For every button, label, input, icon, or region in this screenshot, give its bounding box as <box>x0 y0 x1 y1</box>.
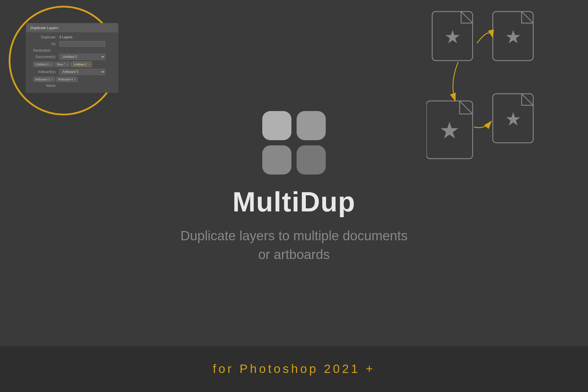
dialog-title: Duplicate Layers <box>30 26 58 30</box>
arrow-top <box>477 33 493 43</box>
tag-new[interactable]: New * × <box>55 62 70 67</box>
footer-text: for Photoshop 2021 + <box>213 362 375 376</box>
svg-text:★: ★ <box>505 27 521 47</box>
footer-bar: for Photoshop 2021 + <box>0 346 588 392</box>
dialog-titlebar: Duplicate Layers <box>26 23 118 32</box>
document-tags: Untitled-1 × New * × Untitled-2 × <box>33 62 114 67</box>
documents-label: Document(s): <box>30 55 56 59</box>
docs-area: ★ ★ ★ <box>426 9 571 170</box>
as-input[interactable] <box>59 41 105 47</box>
doc-bottom-left: ★ <box>426 101 473 159</box>
name-row: Name: <box>30 84 114 88</box>
dialog-box: Duplicate Layers Duplicate: 3 Layers As:… <box>26 23 118 93</box>
doc-top-right: ★ <box>493 12 533 61</box>
center-content: MultiDup Duplicate layers to multiple do… <box>180 111 407 264</box>
app-title: MultiDup <box>233 186 356 218</box>
dialog-body: Duplicate: 3 Layers As: Destination Docu… <box>26 32 118 92</box>
app-subtitle-line1: Duplicate layers to multiple documents <box>180 228 407 243</box>
svg-text:★: ★ <box>444 27 461 47</box>
doc-bottom-right: ★ <box>493 94 533 143</box>
main-container: Duplicate Layers Duplicate: 3 Layers As:… <box>0 0 588 392</box>
doc-top-left: ★ <box>432 12 473 61</box>
svg-text:★: ★ <box>439 118 460 143</box>
tag-new-label: New * <box>57 63 65 66</box>
svg-text:★: ★ <box>505 109 521 130</box>
duplicate-row: Duplicate: 3 Layers <box>30 35 114 39</box>
name-label: Name: <box>30 84 56 88</box>
tag-artboard4[interactable]: Artboard 4 × <box>56 77 78 82</box>
documents-dropdown[interactable]: Untitled-2 <box>59 54 105 60</box>
logo-grid <box>262 111 326 175</box>
artboards-dropdown[interactable]: Artboard 5 <box>59 69 105 75</box>
logo-cell-2 <box>297 111 326 140</box>
tag-untitled2[interactable]: Untitled-2 × <box>71 62 92 67</box>
as-label: As: <box>30 42 56 46</box>
logo-cell-1 <box>262 111 291 140</box>
tag-untitled1-close[interactable]: × <box>50 63 52 66</box>
docs-illustration: ★ ★ ★ <box>426 9 571 170</box>
tag-artboard1-close[interactable]: × <box>51 78 53 81</box>
app-subtitle: Duplicate layers to multiple documents o… <box>180 226 407 264</box>
tag-artboard4-close[interactable]: × <box>74 78 76 81</box>
dialog-circle-container: Duplicate Layers Duplicate: 3 Layers As:… <box>9 6 118 115</box>
destination-label: Destination <box>33 48 114 52</box>
artboards-row: Artboard(s): Artboard 5 <box>30 69 114 75</box>
documents-row: Document(s): Untitled-2 <box>30 54 114 60</box>
artboard-tags: Artboard 1 × Artboard 4 × <box>33 77 114 82</box>
arrow-bottom <box>474 121 491 128</box>
tag-new-close[interactable]: × <box>66 63 68 66</box>
logo-cell-4 <box>297 145 326 175</box>
arrow-left <box>453 62 458 101</box>
logo-cell-3 <box>262 145 291 175</box>
duplicate-label: Duplicate: <box>30 35 56 39</box>
as-row: As: <box>30 41 114 47</box>
duplicate-value: 3 Layers <box>59 35 72 39</box>
artboards-label: Artboard(s): <box>30 70 56 74</box>
app-subtitle-line2: or artboards <box>258 247 330 262</box>
tag-untitled1[interactable]: Untitled-1 × <box>33 62 54 67</box>
tag-artboard1[interactable]: Artboard 1 × <box>33 77 55 82</box>
tag-untitled2-close[interactable]: × <box>88 63 90 66</box>
